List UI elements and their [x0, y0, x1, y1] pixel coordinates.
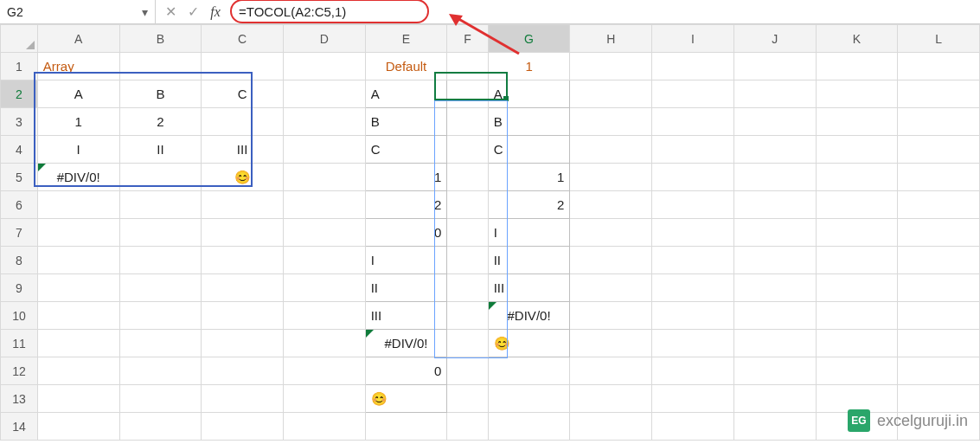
cell-H6[interactable]	[570, 191, 652, 219]
cell-E14[interactable]	[365, 413, 447, 441]
cell-E3[interactable]: B	[365, 108, 447, 136]
cell-B2[interactable]: B	[119, 80, 202, 108]
cell-F5[interactable]	[447, 164, 488, 191]
cell-L13[interactable]	[898, 385, 980, 413]
cell-I10[interactable]	[652, 302, 734, 330]
cell-K7[interactable]	[816, 219, 898, 247]
cell-B6[interactable]	[119, 191, 202, 219]
confirm-icon[interactable]: ✓	[185, 5, 201, 19]
cell-C13[interactable]	[202, 385, 284, 413]
cell-L8[interactable]	[898, 247, 980, 274]
cell-G1[interactable]: 1	[488, 53, 570, 80]
cell-F8[interactable]	[447, 247, 488, 274]
row-header-7[interactable]: 7	[1, 219, 38, 247]
cell-L10[interactable]	[898, 302, 980, 330]
cell-J7[interactable]	[733, 219, 816, 247]
cell-D3[interactable]	[283, 108, 365, 136]
col-header-E[interactable]: E	[365, 25, 447, 53]
row-header-5[interactable]: 5	[1, 164, 38, 191]
cell-F4[interactable]	[447, 136, 488, 164]
cell-J6[interactable]	[733, 191, 816, 219]
cell-E13[interactable]: 😊	[365, 385, 447, 413]
cell-C11[interactable]	[202, 330, 284, 357]
cell-F6[interactable]	[447, 191, 488, 219]
cell-J12[interactable]	[733, 357, 816, 385]
cell-J13[interactable]	[733, 385, 816, 413]
row-header-13[interactable]: 13	[1, 385, 38, 413]
cell-E1[interactable]: Default	[365, 53, 447, 80]
cell-E6[interactable]: 2	[365, 191, 447, 219]
cell-E2[interactable]: A	[365, 80, 447, 108]
cell-B3[interactable]: 2	[119, 108, 202, 136]
cell-A7[interactable]	[37, 219, 119, 247]
row-header-8[interactable]: 8	[1, 247, 38, 274]
cell-L1[interactable]	[898, 53, 980, 80]
cell-E4[interactable]: C	[365, 136, 447, 164]
cell-F10[interactable]	[447, 302, 488, 330]
cell-B11[interactable]	[119, 330, 202, 357]
cell-G9[interactable]: III	[488, 274, 570, 302]
cell-G12[interactable]	[488, 357, 570, 385]
cell-A5[interactable]: #DIV/0!	[37, 164, 119, 191]
cell-A8[interactable]	[37, 247, 119, 274]
cell-K6[interactable]	[816, 191, 898, 219]
select-all-corner[interactable]	[1, 25, 38, 53]
cell-K9[interactable]	[816, 274, 898, 302]
cell-F12[interactable]	[447, 357, 488, 385]
row-header-6[interactable]: 6	[1, 191, 38, 219]
cell-J11[interactable]	[733, 330, 816, 357]
cell-F14[interactable]	[447, 413, 488, 441]
cell-D11[interactable]	[283, 330, 365, 357]
cell-B1[interactable]	[119, 53, 202, 80]
cell-I14[interactable]	[652, 413, 734, 441]
cell-H2[interactable]	[570, 80, 652, 108]
formula-input[interactable]: =TOCOL(A2:C5,1)	[230, 0, 980, 23]
cell-H3[interactable]	[570, 108, 652, 136]
cell-I2[interactable]	[652, 80, 734, 108]
cell-D10[interactable]	[283, 302, 365, 330]
cell-I13[interactable]	[652, 385, 734, 413]
cell-F1[interactable]	[447, 53, 488, 80]
cell-C9[interactable]	[202, 274, 284, 302]
cell-I4[interactable]	[652, 136, 734, 164]
cell-H12[interactable]	[570, 357, 652, 385]
col-header-L[interactable]: L	[898, 25, 980, 53]
cell-J9[interactable]	[733, 274, 816, 302]
cell-B5[interactable]	[119, 164, 202, 191]
cell-B13[interactable]	[119, 385, 202, 413]
cell-D8[interactable]	[283, 247, 365, 274]
cell-L9[interactable]	[898, 274, 980, 302]
cell-A4[interactable]: I	[37, 136, 119, 164]
cell-E5[interactable]: 1	[365, 164, 447, 191]
cell-I7[interactable]	[652, 219, 734, 247]
cell-E11[interactable]: #DIV/0!	[365, 330, 447, 357]
cell-J8[interactable]	[733, 247, 816, 274]
cell-A6[interactable]	[37, 191, 119, 219]
cell-H11[interactable]	[570, 330, 652, 357]
cell-L12[interactable]	[898, 357, 980, 385]
cell-G6[interactable]: 2	[488, 191, 570, 219]
cell-K4[interactable]	[816, 136, 898, 164]
cell-G8[interactable]: II	[488, 247, 570, 274]
cell-H4[interactable]	[570, 136, 652, 164]
cell-D6[interactable]	[283, 191, 365, 219]
cell-B4[interactable]: II	[119, 136, 202, 164]
col-header-D[interactable]: D	[283, 25, 365, 53]
row-header-14[interactable]: 14	[1, 413, 38, 441]
cell-C10[interactable]	[202, 302, 284, 330]
cell-E7[interactable]: 0	[365, 219, 447, 247]
col-header-F[interactable]: F	[447, 25, 488, 53]
cell-J5[interactable]	[733, 164, 816, 191]
cell-B9[interactable]	[119, 274, 202, 302]
cancel-icon[interactable]: ✕	[163, 5, 178, 19]
cell-D13[interactable]	[283, 385, 365, 413]
cell-H1[interactable]	[570, 53, 652, 80]
cell-J2[interactable]	[733, 80, 816, 108]
cell-C12[interactable]	[202, 357, 284, 385]
row-header-4[interactable]: 4	[1, 136, 38, 164]
cell-I8[interactable]	[652, 247, 734, 274]
cell-G14[interactable]	[488, 413, 570, 441]
cell-L7[interactable]	[898, 219, 980, 247]
cell-C1[interactable]	[202, 53, 284, 80]
cell-A12[interactable]	[37, 357, 119, 385]
